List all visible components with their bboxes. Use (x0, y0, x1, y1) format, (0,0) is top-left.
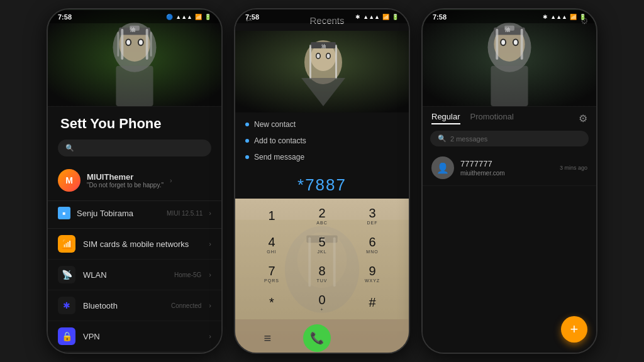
key-5-letters: JKL (317, 250, 326, 254)
dot-icon (245, 123, 249, 126)
senju-icon: ■ (58, 207, 70, 219)
contact-actions: New contact Add to contacts Send message (235, 112, 409, 169)
key-9-num: 9 (369, 264, 375, 278)
user-profile-item[interactable]: M MIUIThemer "Do not forget to be happy.… (48, 163, 221, 201)
new-contact-btn[interactable]: New contact (235, 116, 409, 133)
svg-rect-14 (150, 32, 152, 57)
delete-button[interactable]: ≡ (264, 331, 271, 346)
key-9[interactable]: 9WXYZ (348, 260, 396, 287)
senju-text: Senju Tobirama (77, 209, 160, 218)
vpn-icon: 🔒 (58, 327, 75, 345)
key-8[interactable]: 8TUV (298, 260, 346, 287)
phone-dialer: 7:58 ✱ ▲▲▲ 📶 🔋 ← Recents (234, 8, 410, 354)
wlan-right: Home-5G (174, 272, 201, 278)
dot-icon-2 (245, 139, 249, 143)
signal-icon-3: ▲▲▲ (550, 14, 567, 20)
key-8-num: 8 (318, 264, 325, 278)
wifi-icon: 📶 (195, 14, 202, 20)
key-4[interactable]: 4GHI (248, 231, 296, 258)
svg-point-6 (126, 40, 130, 45)
key-0-num: 0 (318, 293, 325, 307)
wlan-text: WLAN (83, 270, 167, 280)
search-icon: 🔍 (65, 144, 74, 152)
tab-promotional[interactable]: Promotional (470, 112, 514, 124)
key-0[interactable]: 0+ (298, 289, 346, 315)
svg-rect-35 (491, 66, 528, 106)
sim-item[interactable]: 📶 SIM cards & mobile networks › (48, 229, 221, 260)
wlan-item[interactable]: 📡 WLAN Home-5G › (48, 260, 221, 290)
key-6[interactable]: 6MNO (348, 231, 396, 258)
sim-label: SIM cards & mobile networks (83, 239, 201, 249)
key-hash[interactable]: # (348, 289, 396, 315)
battery-icon-3: 🔋 (579, 14, 586, 20)
key-2[interactable]: 2ABC (298, 202, 346, 229)
status-icons-3: ✱ ▲▲▲ 📶 🔋 (543, 14, 586, 20)
svg-point-21 (327, 54, 330, 58)
vpn-text: VPN (83, 332, 201, 341)
call-button[interactable]: 📞 (303, 324, 331, 352)
dialer-pad-bg: 油 1 2ABC 3DEF 4GHI 5JKL 6MNO 7PQRS 8TUV … (235, 199, 409, 353)
search-input[interactable] (78, 145, 204, 152)
phone-messages: 7:58 ✱ ▲▲▲ 📶 🔋 油 (421, 8, 597, 354)
key-3[interactable]: 3DEF (348, 202, 396, 229)
svg-text:油: 油 (505, 27, 510, 33)
key-3-num: 3 (369, 206, 375, 221)
dialer-number: *7887 (235, 169, 409, 199)
settings-gear-icon[interactable]: ⚙ (579, 112, 587, 124)
key-7[interactable]: 7PQRS (248, 260, 296, 287)
svg-rect-2 (116, 66, 153, 106)
svg-text:油: 油 (130, 27, 135, 33)
message-time: 3 mins ago (560, 165, 587, 171)
senju-item[interactable]: ■ Senju Tobirama MIUI 12.5.11 › (48, 201, 221, 229)
key-1[interactable]: 1 (248, 202, 296, 229)
message-search[interactable]: 🔍 2 messages (430, 131, 589, 146)
chevron-senju: › (209, 209, 211, 217)
key-8-letters: TUV (317, 278, 328, 283)
key-3-letters: DEF (367, 221, 378, 225)
key-7-letters: PQRS (264, 278, 279, 283)
tab-regular[interactable]: Regular (431, 112, 460, 124)
vpn-label: VPN (83, 332, 201, 341)
message-item[interactable]: 👤 7777777 miuithemer.com 3 mins ago (423, 150, 596, 186)
svg-rect-12 (146, 29, 148, 60)
send-msg-btn[interactable]: Send message (235, 149, 409, 165)
key-1-num: 1 (268, 209, 275, 223)
compose-fab[interactable]: + (561, 316, 587, 343)
add-contact-btn[interactable]: Add to contacts (235, 133, 409, 149)
page-title: Sett You Phone (48, 107, 221, 137)
svg-rect-44 (496, 29, 498, 60)
status-bar-3: 7:58 ✱ ▲▲▲ 📶 🔋 (423, 9, 596, 23)
chevron-bt: › (209, 302, 211, 309)
key-5[interactable]: 5JKL (298, 231, 346, 258)
sharing-item[interactable]: ♾ Connection & sharing › (48, 352, 221, 353)
svg-rect-11 (121, 29, 123, 60)
wifi-icon-3: 📶 (570, 14, 577, 20)
bt-text: Bluetooth (83, 301, 164, 310)
bt-status-icon: 🔵 (166, 14, 173, 20)
avatar: M (58, 169, 80, 192)
msg-search-icon: 🔍 (438, 134, 447, 143)
key-0-letters: + (320, 307, 323, 312)
wifi-icon-item: 📡 (58, 266, 75, 283)
message-tabs: Regular Promotional (431, 112, 514, 124)
key-2-num: 2 (318, 206, 325, 221)
send-msg-label: Send message (254, 153, 304, 162)
svg-point-39 (501, 40, 505, 45)
key-star[interactable]: * (248, 289, 296, 315)
search-bar[interactable]: 🔍 (58, 140, 211, 156)
messages-header: Regular Promotional ⚙ (423, 107, 596, 127)
phone-settings: 7:58 🔵 ▲▲▲ 📶 🔋 (47, 8, 223, 354)
battery-icon: 🔋 (204, 14, 211, 20)
vpn-item[interactable]: 🔒 VPN › (48, 321, 221, 352)
bluetooth-item[interactable]: ✱ Bluetooth Connected › (48, 290, 221, 321)
key-7-num: 7 (268, 264, 275, 278)
svg-rect-45 (521, 29, 523, 60)
dialer-bottom: ≡ 📞 (235, 319, 409, 353)
message-preview: miuithemer.com (460, 170, 553, 177)
signal-icon-2: ▲▲▲ (363, 14, 380, 20)
dial-pad: 1 2ABC 3DEF 4GHI 5JKL 6MNO 7PQRS 8TUV 9W… (235, 199, 409, 319)
message-info: 7777777 miuithemer.com (460, 159, 553, 177)
svg-point-7 (139, 40, 143, 45)
user-tagline: "Do not forget to be happy." (87, 182, 164, 189)
chevron-vpn: › (209, 332, 211, 340)
